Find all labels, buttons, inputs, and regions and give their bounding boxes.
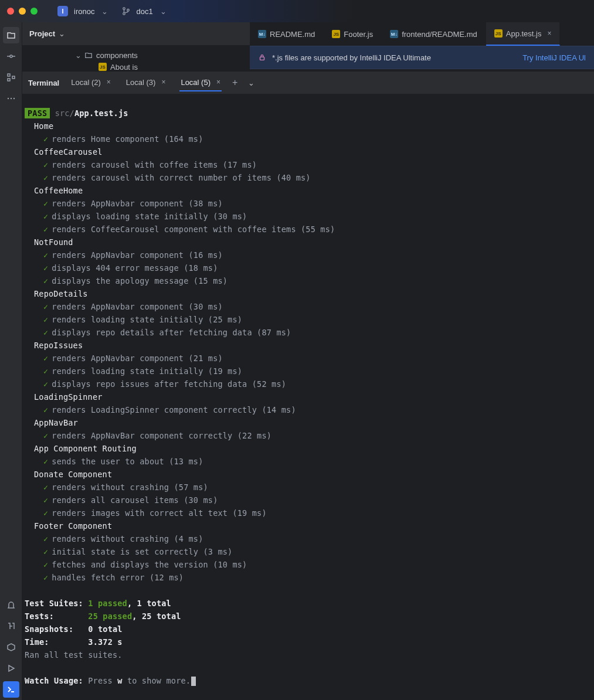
left-tool-gutter [0, 22, 22, 700]
close-icon[interactable]: × [107, 78, 111, 86]
project-panel-header: Project ⌄ [22, 22, 250, 46]
test-result-text: displays 404 error message (18 ms) [52, 263, 218, 273]
test-result-row: ✓renders without crashing (57 ms) [25, 481, 592, 494]
summary-time-label: Time: [25, 636, 83, 648]
editor-tab[interactable]: M↓frontend/README.md [382, 22, 486, 46]
editor-tab[interactable]: JSApp.test.js× [486, 22, 561, 46]
chevron-down-icon[interactable]: ⌄ [160, 7, 167, 16]
test-result-row: ✓displays the apology message (15 ms) [25, 274, 592, 287]
terminal-tab[interactable]: Local (3)× [125, 74, 167, 91]
test-suite-name: App Component Routing [25, 442, 592, 455]
svg-point-2 [127, 9, 130, 12]
watch-label: Watch Usage: [25, 676, 83, 685]
terminal-tab[interactable]: Local (2)× [70, 74, 112, 91]
test-result-text: renders carousel with correct number of … [52, 173, 310, 182]
branch-name[interactable]: doc1 [136, 7, 152, 16]
svg-rect-4 [8, 74, 10, 76]
titlebar: I ironoc ⌄ doc1 ⌄ [0, 0, 594, 22]
branch-icon[interactable] [122, 7, 130, 15]
test-result-row: ✓renders carousel with correct number of… [25, 171, 592, 184]
svg-rect-5 [8, 79, 10, 81]
check-icon: ✓ [43, 547, 48, 556]
services-tool-button[interactable] [3, 639, 19, 655]
svg-rect-6 [12, 76, 15, 79]
js-file-icon: JS [332, 30, 340, 38]
new-terminal-button[interactable]: + [232, 77, 237, 88]
editor-tab-label: App.test.js [506, 29, 542, 38]
notification-text: *.js files are supported by IntelliJ IDE… [272, 53, 431, 62]
test-suite-name: Home [25, 120, 592, 132]
chevron-down-icon[interactable]: ⌄ [248, 79, 254, 87]
close-icon[interactable]: × [547, 29, 551, 38]
cursor [191, 677, 196, 686]
project-tree[interactable]: ⌄ components JS About is [22, 46, 250, 72]
test-result-row: ✓renders without crashing (4 ms) [25, 532, 592, 545]
test-result-row: ✓displays repo details after fetching da… [25, 326, 592, 339]
test-result-text: displays loading state initially (30 ms) [52, 212, 247, 221]
test-result-row: ✓handles fetch error (12 ms) [25, 571, 592, 584]
test-result-text: renders LoadingSpinner component correct… [52, 405, 296, 414]
svg-point-9 [13, 98, 14, 99]
project-tool-button[interactable] [3, 27, 19, 43]
check-icon: ✓ [43, 212, 48, 221]
test-result-text: renders all carousel items (30 ms) [52, 495, 218, 505]
test-suite-name: RepoDetails [25, 287, 592, 300]
check-icon: ✓ [43, 495, 48, 505]
structure-tool-button[interactable] [3, 69, 19, 86]
check-icon: ✓ [43, 560, 48, 569]
check-icon: ✓ [43, 225, 48, 234]
test-result-text: renders AppNavbar component (30 ms) [52, 302, 222, 311]
check-icon: ✓ [43, 508, 48, 518]
test-result-row: ✓renders LoadingSpinner component correc… [25, 403, 592, 416]
terminal-tab-label: Local (2) [71, 78, 101, 87]
check-icon: ✓ [43, 315, 48, 324]
test-result-text: renders AppNavbar component (16 ms) [52, 250, 222, 260]
notification-action[interactable]: Try IntelliJ IDEA Ul [522, 53, 586, 62]
test-result-row: ✓renders all carousel items (30 ms) [25, 494, 592, 507]
build-tool-button[interactable] [3, 618, 19, 634]
js-file-icon: JS [494, 29, 503, 38]
editor-tab[interactable]: M↓README.md [250, 22, 324, 46]
test-result-row: ✓renders images with correct alt text (1… [25, 507, 592, 519]
svg-point-1 [123, 13, 125, 15]
terminal-title: Terminal [28, 79, 59, 87]
check-icon: ✓ [43, 573, 48, 582]
maximize-window-button[interactable] [30, 8, 38, 15]
check-icon: ✓ [43, 173, 48, 182]
check-icon: ✓ [43, 366, 48, 376]
test-suite-name: LoadingSpinner [25, 390, 592, 403]
tree-folder-label[interactable]: components [96, 51, 138, 60]
test-suite-name: CoffeeCarousel [25, 145, 592, 158]
minimize-window-button[interactable] [19, 8, 26, 15]
chevron-down-icon[interactable]: ⌄ [75, 51, 81, 60]
test-result-row: ✓renders AppNavbar component (21 ms) [25, 352, 592, 365]
more-tool-button[interactable] [3, 90, 19, 107]
project-name[interactable]: ironoc [74, 7, 94, 16]
terminal-tool-button[interactable] [3, 681, 19, 698]
check-icon: ✓ [43, 328, 48, 337]
close-window-button[interactable] [7, 8, 14, 15]
run-tool-button[interactable] [3, 660, 19, 677]
editor-tab[interactable]: JSFooter.js [324, 22, 382, 46]
lock-icon [258, 53, 266, 62]
commit-tool-button[interactable] [3, 48, 19, 64]
chevron-down-icon[interactable]: ⌄ [101, 7, 108, 16]
tree-file-label[interactable]: About is [110, 63, 138, 72]
test-result-row: ✓displays loading state initially (30 ms… [25, 210, 592, 223]
summary-ran: Ran all test suites. [25, 648, 592, 661]
close-icon[interactable]: × [161, 78, 165, 86]
notifications-tool-button[interactable] [3, 597, 19, 613]
test-result-text: renders loading state initially (19 ms) [52, 366, 242, 376]
test-result-text: renders Home component (164 ms) [52, 134, 203, 144]
close-icon[interactable]: × [216, 78, 220, 86]
test-result-text: displays the apology message (15 ms) [52, 276, 228, 286]
test-result-row: ✓renders loading state initially (19 ms) [25, 365, 592, 378]
test-result-row: ✓initial state is set correctly (3 ms) [25, 545, 592, 558]
test-result-row: ✓renders loading state initially (25 ms) [25, 313, 592, 326]
check-icon: ✓ [43, 482, 48, 492]
chevron-down-icon[interactable]: ⌄ [59, 29, 65, 38]
terminal-tab[interactable]: Local (5)× [179, 74, 222, 91]
terminal-output[interactable]: PASS src/App.test.js Home✓renders Home c… [22, 94, 594, 700]
test-result-row: ✓renders AppNavbar component (30 ms) [25, 300, 592, 313]
test-suite-name: RepoIssues [25, 339, 592, 352]
